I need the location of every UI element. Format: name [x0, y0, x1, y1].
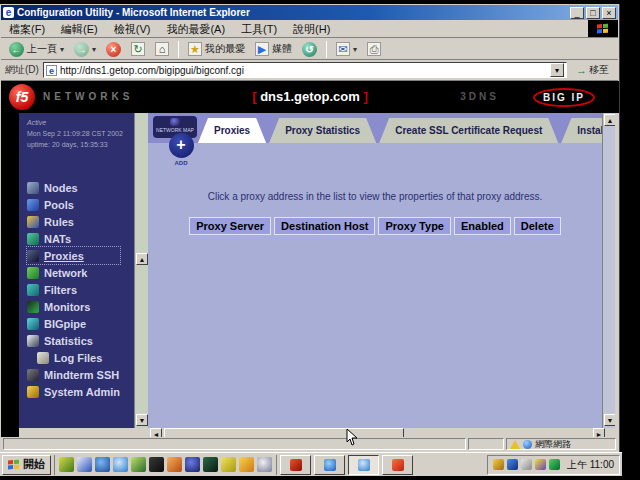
scroll-right-button[interactable]: ►	[593, 428, 605, 437]
back-button[interactable]: ← 上一頁 ▾	[5, 41, 68, 58]
forward-dropdown-icon[interactable]: ▾	[92, 45, 96, 54]
minimize-button[interactable]: _	[570, 7, 584, 19]
quick-launch-bar	[54, 455, 277, 475]
scroll-up-button[interactable]: ▲	[136, 253, 148, 265]
tab-create-ssl-certificate-request[interactable]: Create SSL Certificate Request	[379, 118, 558, 143]
window-edge	[615, 113, 619, 428]
content-horizontal-scrollbar[interactable]: ◄ ►	[19, 428, 619, 437]
system-admin-icon	[27, 386, 39, 398]
menu-edit[interactable]: 編輯(E)	[53, 22, 106, 37]
tray-icon[interactable]	[493, 459, 504, 470]
tab-proxy-statistics[interactable]: Proxy Statistics	[269, 118, 376, 143]
home-button[interactable]: ⌂	[151, 41, 173, 57]
forward-button[interactable]: → ▾	[70, 41, 100, 58]
sidebar-item-network[interactable]: Network	[27, 264, 120, 281]
menu-help[interactable]: 說明(H)	[285, 22, 338, 37]
tray-icon[interactable]	[549, 459, 560, 470]
tray-icon[interactable]	[521, 459, 532, 470]
menu-favorites[interactable]: 我的最愛(A)	[158, 22, 233, 37]
sidebar-item-pools[interactable]: Pools	[27, 196, 120, 213]
history-icon: ↺	[302, 42, 317, 57]
quicklaunch-icon[interactable]	[59, 457, 74, 472]
column-header-delete[interactable]: Delete	[514, 217, 561, 235]
history-button[interactable]: ↺	[298, 41, 321, 58]
back-label: 上一頁	[27, 42, 57, 56]
menu-view[interactable]: 檢視(V)	[106, 22, 159, 37]
address-dropdown-icon[interactable]: ▾	[550, 63, 564, 77]
media-icon: ▶	[255, 42, 269, 56]
column-header-proxy-type[interactable]: Proxy Type	[378, 217, 451, 235]
sidebar-scrollbar[interactable]: ▲ ▼	[134, 113, 148, 428]
quicklaunch-icon[interactable]	[221, 457, 236, 472]
stop-button[interactable]: ×	[102, 41, 125, 58]
sidebar-item-mindterm-ssh[interactable]: Mindterm SSH	[27, 366, 120, 383]
sidebar-item-nats[interactable]: NATs	[27, 230, 120, 247]
menu-tools[interactable]: 工具(T)	[233, 22, 285, 37]
refresh-button[interactable]: ↻	[127, 41, 149, 57]
add-proxy-button[interactable]: + ADD	[166, 133, 196, 166]
task-button-active[interactable]	[348, 455, 379, 475]
scroll-left-button[interactable]: ◄	[150, 428, 162, 437]
sidebar-item-log-files[interactable]: Log Files	[27, 349, 120, 366]
maximize-button[interactable]: □	[586, 7, 600, 19]
filters-icon	[27, 284, 39, 296]
sidebar-item-rules[interactable]: Rules	[27, 213, 120, 230]
quicklaunch-icon[interactable]	[95, 457, 110, 472]
quicklaunch-icon[interactable]	[149, 457, 164, 472]
column-header-enabled[interactable]: Enabled	[454, 217, 511, 235]
title-bar[interactable]: e Configuration Utility - Microsoft Inte…	[1, 5, 618, 20]
menu-bar: 檔案(F) 編輯(E) 檢視(V) 我的最愛(A) 工具(T) 說明(H)	[1, 21, 618, 38]
sidebar-item-nodes[interactable]: Nodes	[27, 179, 120, 196]
quicklaunch-icon[interactable]	[167, 457, 182, 472]
quicklaunch-icon[interactable]	[131, 457, 146, 472]
product-bigip-label: BIG IP	[533, 88, 595, 107]
status-bar: 網際網路	[1, 437, 618, 451]
sidebar-item-system-admin[interactable]: System Admin	[27, 383, 120, 400]
quicklaunch-icon[interactable]	[113, 457, 128, 472]
sidebar-item-bigpipe[interactable]: BIGpipe	[27, 315, 120, 332]
status-zone-pane: 網際網路	[506, 438, 616, 450]
quicklaunch-icon[interactable]	[185, 457, 200, 472]
task-buttons	[280, 455, 413, 475]
quicklaunch-icon[interactable]	[203, 457, 218, 472]
network-map-icon	[170, 118, 180, 126]
quicklaunch-icon[interactable]	[257, 457, 272, 472]
address-box[interactable]: e ▾	[43, 62, 567, 78]
favorites-button[interactable]: ★ 我的最愛	[184, 41, 249, 57]
mail-button[interactable]: ✉ ▾	[332, 41, 361, 57]
network-icon	[27, 267, 39, 279]
media-button[interactable]: ▶ 媒體	[251, 41, 296, 57]
back-dropdown-icon[interactable]: ▾	[60, 45, 64, 54]
scroll-down-button[interactable]: ▼	[136, 414, 148, 426]
address-input[interactable]	[60, 65, 550, 76]
quicklaunch-icon[interactable]	[239, 457, 254, 472]
print-icon: ⎙	[367, 42, 381, 56]
scrollbar-thumb[interactable]	[164, 428, 404, 437]
task-button[interactable]	[382, 455, 413, 475]
go-button[interactable]: → 移至	[571, 62, 614, 78]
sidebar-item-proxies[interactable]: Proxies	[27, 247, 120, 264]
media-label: 媒體	[272, 42, 292, 56]
mail-dropdown-icon[interactable]: ▾	[353, 45, 357, 54]
column-header-proxy-server[interactable]: Proxy Server	[189, 217, 271, 235]
tray-icon[interactable]	[507, 459, 518, 470]
proxy-table-header-row: Proxy Server Destination Host Proxy Type…	[148, 217, 602, 235]
tray-icon[interactable]	[535, 459, 546, 470]
sidebar-item-monitors[interactable]: Monitors	[27, 298, 120, 315]
sidebar-item-statistics[interactable]: Statistics	[27, 332, 120, 349]
app-icon	[358, 459, 370, 471]
task-button[interactable]	[280, 455, 311, 475]
app-icon	[324, 459, 336, 471]
add-plus-icon[interactable]: +	[169, 133, 194, 158]
task-button[interactable]	[314, 455, 345, 475]
address-bar: 網址(D) e ▾ → 移至	[1, 60, 618, 81]
start-button[interactable]: 開始	[2, 455, 51, 475]
print-button[interactable]: ⎙	[363, 41, 385, 57]
quicklaunch-icon[interactable]	[77, 457, 92, 472]
content-vertical-scrollbar[interactable]: ▲ ▼	[602, 113, 615, 428]
menu-file[interactable]: 檔案(F)	[1, 22, 53, 37]
column-header-destination-host[interactable]: Destination Host	[274, 217, 375, 235]
sidebar-item-filters[interactable]: Filters	[27, 281, 120, 298]
close-button[interactable]: ×	[602, 7, 616, 19]
tab-proxies[interactable]: Proxies	[198, 118, 266, 143]
